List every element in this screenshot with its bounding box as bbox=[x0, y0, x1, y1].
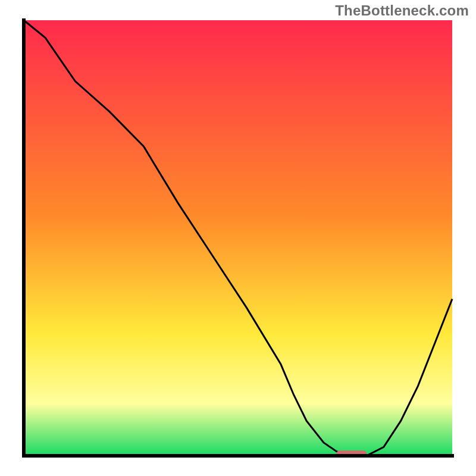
watermark-text: TheBottleneck.com bbox=[335, 2, 469, 19]
gradient-background bbox=[24, 20, 452, 456]
bottleneck-chart bbox=[0, 0, 476, 476]
chart-stage: TheBottleneck.com bbox=[0, 0, 476, 476]
